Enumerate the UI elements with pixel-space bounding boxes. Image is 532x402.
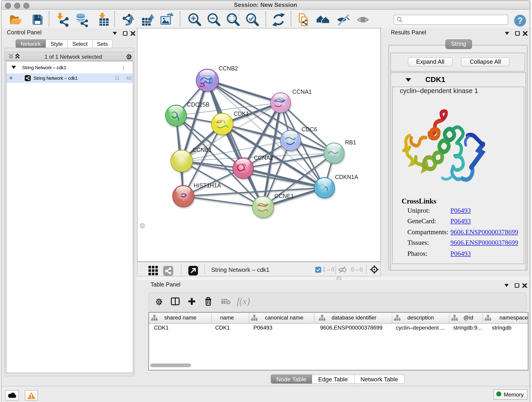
- svg-text:CCNE1: CCNE1: [274, 193, 294, 199]
- svg-text:CCNB1: CCNB1: [192, 147, 212, 153]
- svg-text:CDC6: CDC6: [302, 126, 317, 133]
- svg-text:CCNB2: CCNB2: [219, 65, 238, 71]
- svg-text:CDKN1A: CDKN1A: [335, 174, 358, 180]
- svg-text:CDC25B: CDC25B: [187, 101, 210, 108]
- svg-text:RB1: RB1: [345, 139, 356, 146]
- svg-text:CCNA1: CCNA1: [292, 89, 312, 95]
- svg-text:CDK1: CDK1: [234, 110, 249, 117]
- svg-text:?: ?: [517, 16, 523, 26]
- svg-text:HIST1H1A: HIST1H1A: [194, 182, 221, 189]
- svg-text:CCNA2: CCNA2: [254, 154, 273, 161]
